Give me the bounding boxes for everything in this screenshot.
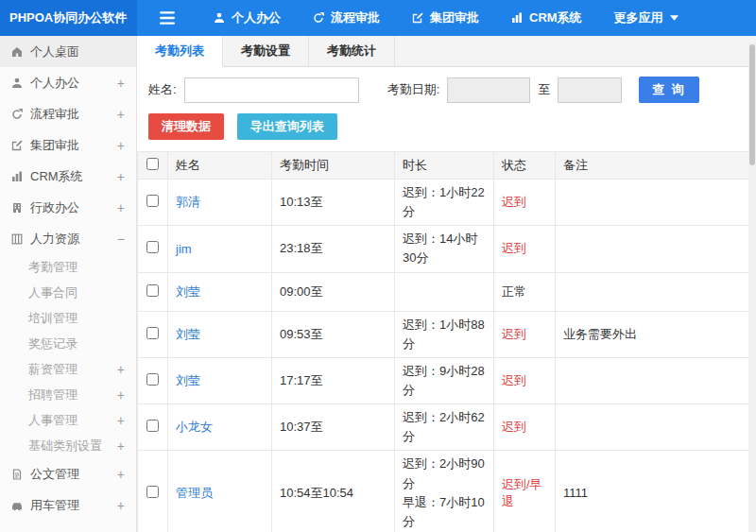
row-checkbox[interactable] — [146, 195, 159, 207]
car-icon — [11, 500, 23, 511]
sidebar-item[interactable]: 公文管理+ — [0, 458, 136, 489]
topnav-item[interactable]: 个人办公 — [198, 0, 297, 36]
sidebar-subitem-label: 奖惩记录 — [28, 335, 77, 352]
expand-toggle[interactable]: + — [117, 139, 125, 152]
sidebar-item[interactable]: 行政办公+ — [0, 192, 136, 223]
expand-toggle[interactable]: − — [117, 232, 125, 246]
employee-name-link[interactable]: 管理员 — [176, 486, 213, 500]
status-cell: 迟到 — [494, 226, 556, 272]
col-header-status: 状态 — [494, 152, 556, 180]
sidebar-item[interactable]: 流程审批+ — [0, 98, 136, 129]
row-checkbox[interactable] — [146, 327, 159, 339]
attendance-time-cell: 17:17至 — [272, 357, 395, 403]
expand-toggle[interactable]: + — [117, 439, 125, 453]
expand-toggle[interactable]: + — [117, 170, 125, 183]
duration-cell: 迟到：2小时62分 — [395, 404, 494, 451]
expand-toggle[interactable]: + — [117, 363, 125, 376]
sidebar-item[interactable]: CRM系统+ — [0, 161, 136, 192]
note-cell — [556, 404, 756, 451]
topnav-item[interactable]: 集团审批 — [396, 0, 495, 36]
expand-toggle[interactable]: + — [117, 201, 125, 215]
topnav-item-label: 个人办公 — [232, 9, 281, 26]
sidebar-item[interactable]: 个人办公+ — [0, 67, 136, 98]
expand-toggle[interactable]: + — [117, 499, 125, 512]
sidebar-item-label: 行政办公 — [30, 199, 79, 216]
status-cell: 迟到 — [494, 180, 556, 226]
table-row: 刘莹09:53至迟到：1小时88分迟到业务需要外出 — [138, 311, 756, 357]
status-cell: 正常 — [494, 272, 556, 311]
export-list-button[interactable]: 导出查询列表 — [237, 113, 337, 140]
sidebar-subitem[interactable]: 奖惩记录 — [0, 331, 136, 356]
sidebar-item[interactable]: 用车管理+ — [0, 489, 136, 521]
sidebar-item-label: 集团审批 — [30, 137, 79, 154]
row-checkbox[interactable] — [146, 373, 159, 386]
table-row: 管理员10:54至10:54迟到：2小时90分 早退：7小时10分迟到/早退11… — [138, 451, 756, 532]
sidebar-subitem[interactable]: 培训管理 — [0, 305, 136, 331]
sidebar-item[interactable]: 人力资源− — [0, 223, 136, 254]
employee-name-link[interactable]: 刘莹 — [176, 373, 200, 387]
col-header-time: 考勤时间 — [272, 152, 395, 180]
sidebar-item-label: 流程审批 — [30, 106, 79, 123]
table-row: 小龙女10:37至迟到：2小时62分迟到 — [138, 404, 756, 451]
attendance-time-cell: 10:13至 — [272, 180, 395, 226]
expand-toggle[interactable]: + — [117, 77, 125, 90]
to-label: 至 — [538, 81, 550, 98]
status-cell: 迟到 — [494, 311, 556, 357]
clean-data-button[interactable]: 清理数据 — [148, 113, 224, 140]
sidebar-subitem[interactable]: 招聘管理+ — [0, 382, 136, 407]
note-cell: 业务需要外出 — [556, 311, 756, 357]
sidebar-subitem[interactable]: 人事管理+ — [0, 407, 136, 433]
chart-icon — [511, 12, 523, 24]
date-label: 考勤日期: — [387, 81, 440, 98]
date-to-input[interactable] — [558, 77, 622, 103]
note-cell — [556, 180, 756, 226]
expand-toggle[interactable]: + — [117, 468, 125, 481]
employee-name-link[interactable]: 小龙女 — [176, 420, 213, 434]
sidebar-item-label: 公文管理 — [30, 466, 79, 483]
tab[interactable]: 考勤列表 — [137, 36, 223, 67]
employee-name-link[interactable]: 郭清 — [176, 195, 200, 209]
sidebar-subitem-label: 薪资管理 — [28, 361, 77, 378]
row-checkbox[interactable] — [146, 420, 159, 432]
row-checkbox[interactable] — [146, 284, 159, 297]
layout: 个人桌面个人办公+流程审批+集团审批+CRM系统+行政办公+人力资源−考勤管理人… — [0, 36, 756, 532]
sidebar-subitem[interactable]: 人事合同 — [0, 280, 136, 305]
app-logo[interactable]: PHPOA协同办公软件 — [0, 0, 137, 36]
sidebar-subitem[interactable]: 基础类别设置+ — [0, 433, 136, 458]
duration-cell: 迟到：14小时30分 — [395, 226, 494, 272]
employee-name-link[interactable]: 刘莹 — [176, 327, 200, 341]
row-checkbox[interactable] — [146, 241, 159, 253]
employee-name-link[interactable]: jim — [176, 242, 192, 256]
sidebar-item-label: 用车管理 — [30, 497, 79, 514]
process-icon — [313, 12, 324, 24]
select-all-checkbox[interactable] — [146, 158, 159, 170]
sidebar-subitem-label: 基础类别设置 — [28, 438, 102, 455]
sidebar-item[interactable]: 个人桌面 — [0, 36, 136, 67]
approval-icon — [11, 140, 23, 151]
name-input[interactable] — [184, 77, 359, 103]
note-cell — [556, 357, 756, 403]
user-icon — [214, 12, 225, 24]
sidebar-subitem[interactable]: 薪资管理+ — [0, 356, 136, 382]
menu-toggle-button[interactable] — [137, 0, 198, 36]
topnav-item[interactable]: CRM系统 — [495, 0, 598, 36]
scrollbar[interactable] — [748, 43, 756, 532]
topnav-item[interactable]: 流程审批 — [297, 0, 396, 36]
scrollbar-thumb[interactable] — [749, 44, 755, 165]
search-button[interactable]: 查 询 — [639, 77, 699, 103]
employee-name-link[interactable]: 刘莹 — [176, 284, 200, 299]
expand-toggle[interactable]: + — [117, 388, 125, 402]
topbar: PHPOA协同办公软件 个人办公流程审批集团审批CRM系统更多应用 — [0, 0, 756, 36]
date-from-input[interactable] — [447, 77, 530, 103]
sidebar-subitem[interactable]: 考勤管理 — [0, 254, 136, 280]
sidebar-item[interactable]: 集团审批+ — [0, 129, 136, 161]
note-cell: 1111 — [556, 451, 756, 532]
row-checkbox[interactable] — [146, 486, 159, 498]
topnav-item-label: 更多应用 — [614, 9, 663, 26]
tab[interactable]: 考勤统计 — [309, 36, 395, 66]
expand-toggle[interactable]: + — [117, 414, 125, 427]
process-icon — [11, 109, 23, 120]
expand-toggle[interactable]: + — [117, 108, 125, 121]
topnav-item[interactable]: 更多应用 — [598, 0, 695, 36]
tab[interactable]: 考勤设置 — [223, 36, 309, 66]
